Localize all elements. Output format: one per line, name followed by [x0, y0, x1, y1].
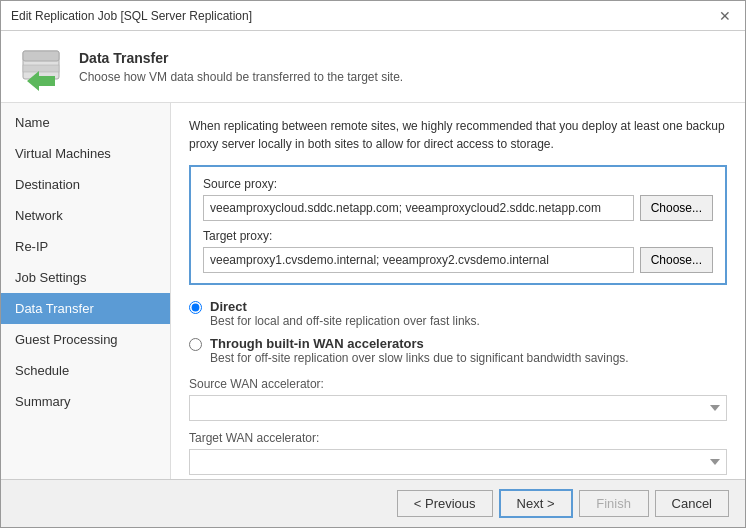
- source-wan-label: Source WAN accelerator:: [189, 377, 727, 391]
- sidebar-item-data-transfer[interactable]: Data Transfer: [1, 293, 170, 324]
- source-proxy-input-row: Choose...: [203, 195, 713, 221]
- data-transfer-icon: [17, 43, 65, 91]
- sidebar-item-destination[interactable]: Destination: [1, 169, 170, 200]
- sidebar: Name Virtual Machines Destination Networ…: [1, 103, 171, 479]
- content-area: When replicating between remote sites, w…: [171, 103, 745, 479]
- header-title: Data Transfer: [79, 50, 403, 66]
- title-bar: Edit Replication Job [SQL Server Replica…: [1, 1, 745, 31]
- target-proxy-row: Target proxy: Choose...: [203, 229, 713, 273]
- svg-rect-2: [23, 65, 59, 72]
- sidebar-item-job-settings[interactable]: Job Settings: [1, 262, 170, 293]
- radio-wan-option: Through built-in WAN accelerators Best f…: [189, 336, 727, 365]
- radio-wan[interactable]: [189, 338, 202, 351]
- source-proxy-row: Source proxy: Choose...: [203, 177, 713, 221]
- sidebar-item-name[interactable]: Name: [1, 107, 170, 138]
- previous-button[interactable]: < Previous: [397, 490, 493, 517]
- source-proxy-input[interactable]: [203, 195, 634, 221]
- wan-section: Source WAN accelerator: Target WAN accel…: [189, 377, 727, 479]
- header-subtitle: Choose how VM data should be transferred…: [79, 70, 403, 84]
- main-content: Name Virtual Machines Destination Networ…: [1, 103, 745, 479]
- target-wan-label: Target WAN accelerator:: [189, 431, 727, 445]
- radio-direct-option: Direct Best for local and off-site repli…: [189, 299, 727, 328]
- radio-direct-desc: Best for local and off-site replication …: [210, 314, 480, 328]
- sidebar-item-schedule[interactable]: Schedule: [1, 355, 170, 386]
- finish-button[interactable]: Finish: [579, 490, 649, 517]
- source-proxy-choose-button[interactable]: Choose...: [640, 195, 713, 221]
- target-proxy-input[interactable]: [203, 247, 634, 273]
- sidebar-item-virtual-machines[interactable]: Virtual Machines: [1, 138, 170, 169]
- info-text: When replicating between remote sites, w…: [189, 117, 727, 153]
- source-proxy-label: Source proxy:: [203, 177, 713, 191]
- sidebar-item-summary[interactable]: Summary: [1, 386, 170, 417]
- main-window: Edit Replication Job [SQL Server Replica…: [0, 0, 746, 528]
- target-proxy-label: Target proxy:: [203, 229, 713, 243]
- radio-direct-label[interactable]: Direct: [210, 299, 247, 314]
- proxy-box: Source proxy: Choose... Target proxy: Ch…: [189, 165, 727, 285]
- sidebar-item-reip[interactable]: Re-IP: [1, 231, 170, 262]
- sidebar-item-guest-processing[interactable]: Guest Processing: [1, 324, 170, 355]
- footer: < Previous Next > Finish Cancel: [1, 479, 745, 527]
- next-button[interactable]: Next >: [499, 489, 573, 518]
- source-wan-select[interactable]: [189, 395, 727, 421]
- radio-wan-label[interactable]: Through built-in WAN accelerators: [210, 336, 424, 351]
- radio-wan-text: Through built-in WAN accelerators Best f…: [210, 336, 629, 365]
- cancel-button[interactable]: Cancel: [655, 490, 729, 517]
- close-button[interactable]: ✕: [715, 8, 735, 24]
- radio-direct-text: Direct Best for local and off-site repli…: [210, 299, 480, 328]
- header-text: Data Transfer Choose how VM data should …: [79, 50, 403, 84]
- sidebar-item-network[interactable]: Network: [1, 200, 170, 231]
- svg-rect-1: [23, 51, 59, 61]
- radio-section: Direct Best for local and off-site repli…: [189, 299, 727, 365]
- target-wan-select[interactable]: [189, 449, 727, 475]
- target-proxy-input-row: Choose...: [203, 247, 713, 273]
- radio-wan-desc: Best for off-site replication over slow …: [210, 351, 629, 365]
- header: Data Transfer Choose how VM data should …: [1, 31, 745, 103]
- radio-direct[interactable]: [189, 301, 202, 314]
- target-proxy-choose-button[interactable]: Choose...: [640, 247, 713, 273]
- window-title: Edit Replication Job [SQL Server Replica…: [11, 9, 252, 23]
